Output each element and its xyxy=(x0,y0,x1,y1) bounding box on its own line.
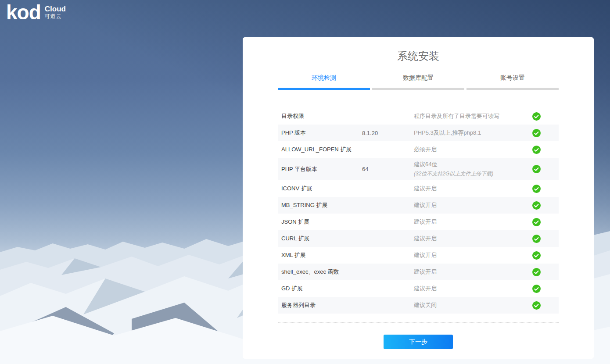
check-name: PHP 平台版本 xyxy=(281,165,362,173)
check-row: JSON 扩展建议开启 xyxy=(278,214,559,230)
check-status xyxy=(514,235,559,243)
check-pass-icon xyxy=(532,165,541,173)
env-check-table: 目录权限程序目录及所有子目录需要可读写PHP 版本8.1.20PHP5.3及以上… xyxy=(278,108,559,314)
check-name: 目录权限 xyxy=(281,112,362,120)
check-requirement: 建议开启 xyxy=(414,185,514,193)
check-requirement: 建议开启 xyxy=(414,268,514,276)
check-name: XML 扩展 xyxy=(281,251,362,259)
check-requirement: 必须开启 xyxy=(414,146,514,153)
section-divider xyxy=(278,322,559,323)
check-pass-icon xyxy=(532,129,541,137)
tab-label: 账号设置 xyxy=(466,72,559,88)
check-requirement: 建议开启 xyxy=(414,251,514,259)
check-name: ALLOW_URL_FOPEN 扩展 xyxy=(281,146,362,153)
check-requirement: PHP5.3及以上,推荐php8.1 xyxy=(414,129,514,137)
check-requirement: 程序目录及所有子目录需要可读写 xyxy=(414,112,514,120)
check-pass-icon xyxy=(532,268,541,276)
tab-underline xyxy=(278,88,370,90)
check-status xyxy=(514,301,559,310)
check-status xyxy=(514,129,559,137)
check-row: CURL 扩展建议开启 xyxy=(278,230,559,247)
check-requirement: 建议开启 xyxy=(414,285,514,293)
check-pass-icon xyxy=(532,301,541,310)
check-value: 64 xyxy=(362,166,414,172)
check-status xyxy=(514,146,559,154)
tab-db-config[interactable]: 数据库配置 xyxy=(372,72,464,90)
check-pass-icon xyxy=(532,146,541,154)
check-row: 服务器列目录建议关闭 xyxy=(278,297,559,314)
next-step-button[interactable]: 下一步 xyxy=(384,335,453,349)
check-name: PHP 版本 xyxy=(281,129,362,137)
check-pass-icon xyxy=(532,185,541,193)
check-pass-icon xyxy=(532,218,541,226)
check-status xyxy=(514,251,559,260)
check-requirement: 建议开启 xyxy=(414,201,514,209)
check-pass-icon xyxy=(532,285,541,293)
check-status xyxy=(514,112,559,121)
check-row: ICONV 扩展建议开启 xyxy=(278,180,559,197)
check-status xyxy=(514,218,559,226)
check-name: GD 扩展 xyxy=(281,285,362,293)
check-row: ALLOW_URL_FOPEN 扩展必须开启 xyxy=(278,141,559,158)
kodcloud-logo: kod Cloud 可道云 xyxy=(6,1,66,24)
check-name: JSON 扩展 xyxy=(281,218,362,226)
check-value: 8.1.20 xyxy=(362,130,414,136)
logo-cloud-label: Cloud xyxy=(45,5,66,13)
check-name: ICONV 扩展 xyxy=(281,185,362,193)
check-row: XML 扩展建议开启 xyxy=(278,247,559,264)
check-status xyxy=(514,201,559,210)
tab-label: 环境检测 xyxy=(278,72,370,88)
check-requirement: 建议开启 xyxy=(414,235,514,243)
check-status xyxy=(514,165,559,173)
tab-account-setup[interactable]: 账号设置 xyxy=(466,72,559,90)
tab-label: 数据库配置 xyxy=(372,72,464,88)
check-row: 目录权限程序目录及所有子目录需要可读写 xyxy=(278,108,559,125)
check-name: 服务器列目录 xyxy=(281,301,362,309)
check-requirement-note: (32位不支持2G以上文件上传下载) xyxy=(414,170,514,178)
install-steps: 环境检测数据库配置账号设置 xyxy=(278,72,559,90)
check-row: shell_exec、exec 函数建议开启 xyxy=(278,264,559,280)
logo-wordmark: kod xyxy=(6,1,41,24)
check-pass-icon xyxy=(532,112,541,121)
check-requirement: 建议开启 xyxy=(414,218,514,226)
check-name: shell_exec、exec 函数 xyxy=(281,268,362,276)
check-requirement: 建议64位(32位不支持2G以上文件上传下载) xyxy=(414,161,514,178)
logo-chinese-label: 可道云 xyxy=(45,13,66,20)
check-status xyxy=(514,268,559,276)
check-name: MB_STRING 扩展 xyxy=(281,201,362,209)
install-card: 系统安装 环境检测数据库配置账号设置 目录权限程序目录及所有子目录需要可读写PH… xyxy=(243,37,594,359)
check-row: PHP 平台版本64建议64位(32位不支持2G以上文件上传下载) xyxy=(278,158,559,180)
check-pass-icon xyxy=(532,235,541,243)
tab-env-check[interactable]: 环境检测 xyxy=(278,72,370,90)
check-pass-icon xyxy=(532,251,541,260)
check-name: CURL 扩展 xyxy=(281,235,362,243)
check-row: GD 扩展建议开启 xyxy=(278,280,559,297)
check-status xyxy=(514,285,559,293)
check-status xyxy=(514,185,559,193)
page-title: 系统安装 xyxy=(243,49,594,63)
check-row: PHP 版本8.1.20PHP5.3及以上,推荐php8.1 xyxy=(278,125,559,141)
tab-underline xyxy=(466,88,559,90)
check-row: MB_STRING 扩展建议开启 xyxy=(278,197,559,214)
check-pass-icon xyxy=(532,201,541,210)
tab-underline xyxy=(372,88,464,90)
check-requirement: 建议关闭 xyxy=(414,301,514,309)
